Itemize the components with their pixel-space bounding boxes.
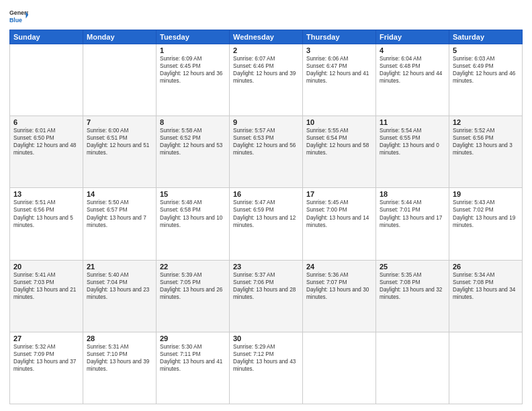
cell-info: Sunrise: 5:40 AM Sunset: 7:04 PM Dayligh… <box>87 271 152 301</box>
day-number: 4 <box>380 46 445 54</box>
col-monday: Monday <box>83 30 157 44</box>
day-number: 5 <box>453 46 519 54</box>
cell-info: Sunrise: 6:01 AM Sunset: 6:50 PM Dayligh… <box>13 127 79 156</box>
cell-info: Sunrise: 5:57 AM Sunset: 6:53 PM Dayligh… <box>233 127 299 156</box>
cell-info: Sunrise: 5:51 AM Sunset: 6:56 PM Dayligh… <box>13 199 79 228</box>
table-row: 19Sunrise: 5:43 AM Sunset: 7:02 PM Dayli… <box>449 188 523 260</box>
day-number: 2 <box>233 46 299 54</box>
day-number: 14 <box>87 190 152 198</box>
cell-info: Sunrise: 6:04 AM Sunset: 6:48 PM Dayligh… <box>380 55 445 85</box>
cell-info: Sunrise: 5:36 AM Sunset: 7:07 PM Dayligh… <box>306 271 372 301</box>
logo-icon: General Blue <box>9 7 28 26</box>
table-row: 3Sunrise: 6:06 AM Sunset: 6:47 PM Daylig… <box>303 44 376 116</box>
table-row: 27Sunrise: 5:32 AM Sunset: 7:09 PM Dayli… <box>10 332 83 404</box>
table-row: 6Sunrise: 6:01 AM Sunset: 6:50 PM Daylig… <box>10 116 83 188</box>
cell-info: Sunrise: 5:54 AM Sunset: 6:55 PM Dayligh… <box>380 127 445 156</box>
svg-text:General: General <box>9 9 28 16</box>
day-number: 8 <box>160 118 226 126</box>
header: General Blue <box>9 7 523 26</box>
col-friday: Friday <box>376 30 449 44</box>
calendar-header: Sunday Monday Tuesday Wednesday Thursday… <box>10 30 523 44</box>
cell-info: Sunrise: 5:55 AM Sunset: 6:54 PM Dayligh… <box>306 127 372 156</box>
table-row: 1Sunrise: 6:09 AM Sunset: 6:45 PM Daylig… <box>157 44 230 116</box>
table-row: 23Sunrise: 5:37 AM Sunset: 7:06 PM Dayli… <box>230 260 303 332</box>
day-number: 17 <box>306 190 372 198</box>
table-row: 15Sunrise: 5:48 AM Sunset: 6:58 PM Dayli… <box>157 188 230 260</box>
table-row: 5Sunrise: 6:03 AM Sunset: 6:49 PM Daylig… <box>449 44 523 116</box>
table-row: 22Sunrise: 5:39 AM Sunset: 7:05 PM Dayli… <box>157 260 230 332</box>
cell-info: Sunrise: 5:50 AM Sunset: 6:57 PM Dayligh… <box>87 199 152 228</box>
cell-info: Sunrise: 5:35 AM Sunset: 7:08 PM Dayligh… <box>380 271 445 301</box>
table-row: 10Sunrise: 5:55 AM Sunset: 6:54 PM Dayli… <box>303 116 376 188</box>
table-row: 17Sunrise: 5:45 AM Sunset: 7:00 PM Dayli… <box>303 188 376 260</box>
table-row: 13Sunrise: 5:51 AM Sunset: 6:56 PM Dayli… <box>10 188 83 260</box>
day-number: 23 <box>233 263 299 271</box>
table-row: 9Sunrise: 5:57 AM Sunset: 6:53 PM Daylig… <box>230 116 303 188</box>
table-row: 16Sunrise: 5:47 AM Sunset: 6:59 PM Dayli… <box>230 188 303 260</box>
cell-info: Sunrise: 6:00 AM Sunset: 6:51 PM Dayligh… <box>87 127 152 156</box>
day-number: 10 <box>306 118 372 126</box>
table-row <box>83 44 157 116</box>
day-number: 1 <box>160 46 226 54</box>
col-wednesday: Wednesday <box>230 30 303 44</box>
day-number: 15 <box>160 190 226 198</box>
page: General Blue Sunday Monday Tuesday Wedne… <box>0 0 532 411</box>
cell-info: Sunrise: 5:37 AM Sunset: 7:06 PM Dayligh… <box>233 271 299 301</box>
table-row: 21Sunrise: 5:40 AM Sunset: 7:04 PM Dayli… <box>83 260 157 332</box>
table-row: 2Sunrise: 6:07 AM Sunset: 6:46 PM Daylig… <box>230 44 303 116</box>
table-row <box>449 332 523 404</box>
day-number: 28 <box>87 334 152 342</box>
day-number: 12 <box>453 118 519 126</box>
cell-info: Sunrise: 5:32 AM Sunset: 7:09 PM Dayligh… <box>13 343 79 373</box>
table-row: 28Sunrise: 5:31 AM Sunset: 7:10 PM Dayli… <box>83 332 157 404</box>
table-row: 26Sunrise: 5:34 AM Sunset: 7:08 PM Dayli… <box>449 260 523 332</box>
table-row: 8Sunrise: 5:58 AM Sunset: 6:52 PM Daylig… <box>157 116 230 188</box>
table-row: 30Sunrise: 5:29 AM Sunset: 7:12 PM Dayli… <box>230 332 303 404</box>
cell-info: Sunrise: 5:52 AM Sunset: 6:56 PM Dayligh… <box>453 127 519 156</box>
day-number: 30 <box>233 334 299 342</box>
cell-info: Sunrise: 5:43 AM Sunset: 7:02 PM Dayligh… <box>453 199 519 228</box>
day-number: 16 <box>233 190 299 198</box>
table-row: 29Sunrise: 5:30 AM Sunset: 7:11 PM Dayli… <box>157 332 230 404</box>
day-number: 18 <box>380 190 445 198</box>
day-number: 6 <box>13 118 79 126</box>
day-number: 13 <box>13 190 79 198</box>
day-number: 20 <box>13 263 79 271</box>
day-number: 19 <box>453 190 519 198</box>
cell-info: Sunrise: 5:29 AM Sunset: 7:12 PM Dayligh… <box>233 343 299 373</box>
cell-info: Sunrise: 5:39 AM Sunset: 7:05 PM Dayligh… <box>160 271 226 301</box>
cell-info: Sunrise: 5:41 AM Sunset: 7:03 PM Dayligh… <box>13 271 79 301</box>
table-row: 25Sunrise: 5:35 AM Sunset: 7:08 PM Dayli… <box>376 260 449 332</box>
day-number: 22 <box>160 263 226 271</box>
table-row <box>10 44 83 116</box>
day-number: 11 <box>380 118 445 126</box>
calendar-body: 1Sunrise: 6:09 AM Sunset: 6:45 PM Daylig… <box>10 44 523 404</box>
table-row: 4Sunrise: 6:04 AM Sunset: 6:48 PM Daylig… <box>376 44 449 116</box>
day-number: 21 <box>87 263 152 271</box>
cell-info: Sunrise: 5:58 AM Sunset: 6:52 PM Dayligh… <box>160 127 226 156</box>
cell-info: Sunrise: 5:34 AM Sunset: 7:08 PM Dayligh… <box>453 271 519 301</box>
table-row: 20Sunrise: 5:41 AM Sunset: 7:03 PM Dayli… <box>10 260 83 332</box>
day-number: 3 <box>306 46 372 54</box>
table-row: 12Sunrise: 5:52 AM Sunset: 6:56 PM Dayli… <box>449 116 523 188</box>
col-thursday: Thursday <box>303 30 376 44</box>
table-row: 11Sunrise: 5:54 AM Sunset: 6:55 PM Dayli… <box>376 116 449 188</box>
day-number: 24 <box>306 263 372 271</box>
cell-info: Sunrise: 5:48 AM Sunset: 6:58 PM Dayligh… <box>160 199 226 228</box>
table-row <box>376 332 449 404</box>
cell-info: Sunrise: 6:06 AM Sunset: 6:47 PM Dayligh… <box>306 55 372 85</box>
cell-info: Sunrise: 5:45 AM Sunset: 7:00 PM Dayligh… <box>306 199 372 228</box>
table-row <box>303 332 376 404</box>
svg-text:Blue: Blue <box>9 17 22 24</box>
col-tuesday: Tuesday <box>157 30 230 44</box>
calendar-table: Sunday Monday Tuesday Wednesday Thursday… <box>9 30 523 404</box>
logo: General Blue <box>9 7 28 26</box>
table-row: 14Sunrise: 5:50 AM Sunset: 6:57 PM Dayli… <box>83 188 157 260</box>
day-number: 29 <box>160 334 226 342</box>
cell-info: Sunrise: 6:07 AM Sunset: 6:46 PM Dayligh… <box>233 55 299 85</box>
day-number: 25 <box>380 263 445 271</box>
day-number: 9 <box>233 118 299 126</box>
cell-info: Sunrise: 5:30 AM Sunset: 7:11 PM Dayligh… <box>160 343 226 373</box>
cell-info: Sunrise: 6:09 AM Sunset: 6:45 PM Dayligh… <box>160 55 226 85</box>
cell-info: Sunrise: 6:03 AM Sunset: 6:49 PM Dayligh… <box>453 55 519 85</box>
